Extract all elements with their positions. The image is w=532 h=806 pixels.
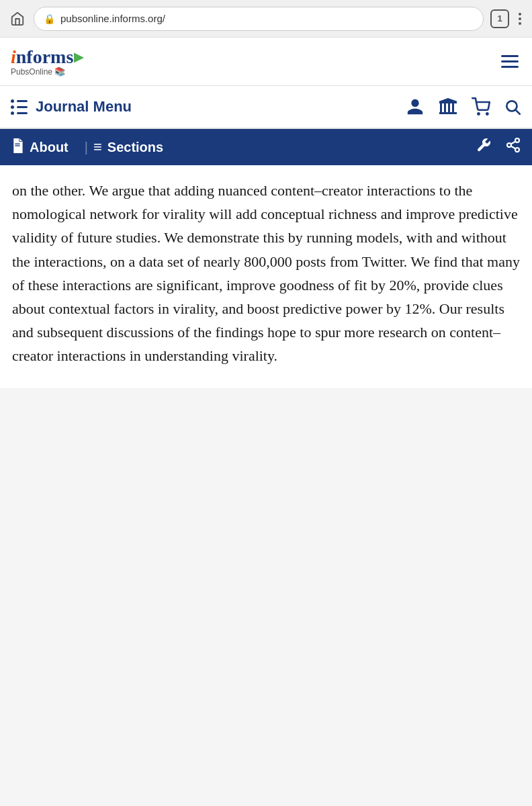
action-bar: About | ≡ Sections: [0, 129, 532, 165]
pubs-online-text: PubsOnline: [11, 67, 52, 77]
cart-icon[interactable]: [472, 97, 490, 116]
hamburger-menu-button[interactable]: [498, 52, 521, 71]
book-icon: 📚: [54, 66, 65, 77]
sections-label: Sections: [107, 140, 163, 155]
svg-rect-2: [440, 103, 442, 112]
svg-marker-6: [439, 98, 457, 101]
address-bar[interactable]: 🔒 pubsonline.informs.org/: [34, 7, 484, 31]
nav-icons: [406, 97, 521, 116]
logo[interactable]: i nforms ▶ PubsOnline 📚: [11, 46, 83, 77]
page-wrapper: 🔒 pubsonline.informs.org/ 1 i nforms ▶ P…: [0, 0, 532, 388]
tab-divider: |: [85, 140, 88, 155]
svg-rect-0: [439, 112, 457, 114]
sections-list-icon: ≡: [93, 138, 102, 156]
article-body: on the other. We argue that adding nuanc…: [12, 179, 520, 368]
svg-line-10: [516, 110, 520, 114]
logo-arrow-icon: ▶: [74, 50, 83, 64]
nav-bar: Journal Menu: [0, 86, 532, 129]
tab-count[interactable]: 1: [490, 9, 509, 28]
svg-rect-4: [448, 103, 450, 112]
svg-line-17: [511, 142, 516, 144]
browser-chrome: 🔒 pubsonline.informs.org/ 1: [0, 0, 532, 38]
lock-icon: 🔒: [44, 13, 55, 24]
svg-point-7: [478, 113, 479, 114]
svg-point-8: [486, 113, 488, 114]
main-content: on the other. We argue that adding nuanc…: [0, 165, 532, 388]
search-icon[interactable]: [504, 98, 521, 116]
svg-rect-1: [439, 101, 457, 103]
about-label: About: [30, 140, 69, 155]
svg-rect-5: [452, 103, 454, 112]
journal-menu-label: Journal Menu: [36, 98, 132, 116]
logo-nforms: nforms: [16, 46, 74, 68]
list-icon: [11, 99, 28, 115]
document-icon: [11, 138, 24, 156]
share-icon[interactable]: [505, 137, 521, 157]
home-button[interactable]: [8, 9, 27, 28]
svg-rect-3: [444, 103, 446, 112]
action-bar-right: [476, 137, 521, 157]
url-text: pubsonline.informs.org/: [60, 13, 165, 24]
browser-menu-button[interactable]: [516, 10, 524, 28]
sections-tab[interactable]: ≡ Sections: [93, 138, 174, 156]
institution-icon[interactable]: [438, 97, 458, 116]
logo-i: i: [11, 46, 16, 68]
journal-menu-button[interactable]: Journal Menu: [11, 98, 132, 116]
site-header: i nforms ▶ PubsOnline 📚: [0, 38, 532, 86]
wrench-icon[interactable]: [476, 137, 492, 157]
about-tab[interactable]: About: [11, 138, 79, 156]
svg-line-16: [511, 146, 516, 149]
person-icon[interactable]: [406, 97, 425, 116]
